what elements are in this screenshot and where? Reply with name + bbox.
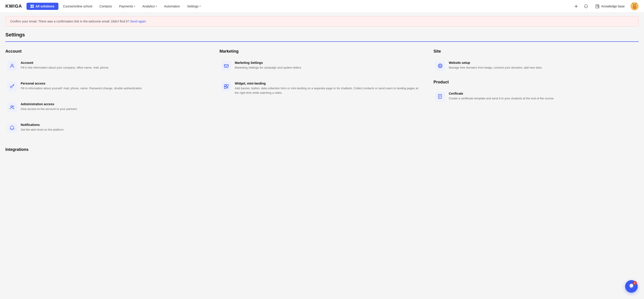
personal-access-name: Personal access: [21, 82, 142, 85]
website-setup-desc: Manage free domains from kwiga, connect …: [449, 65, 542, 70]
svg-rect-14: [224, 85, 226, 86]
admin-access-name: Administration access: [21, 102, 77, 106]
account-icon: [7, 61, 17, 71]
account-section-title: Account: [6, 49, 210, 54]
navbar-right: Knowledge base: [573, 2, 638, 10]
widget-item[interactable]: Widget, mini-landing Add banner, button,…: [220, 80, 425, 97]
send-again-link[interactable]: Send again: [130, 20, 146, 23]
bell-icon: [584, 4, 588, 9]
globe-icon: [435, 61, 445, 71]
notifications-icon: [7, 123, 17, 133]
nav-automation-link[interactable]: Automation: [161, 3, 183, 10]
navbar: KWIGA All solutions Course/online school…: [0, 0, 644, 13]
certificate-icon: [435, 92, 445, 102]
main-content: Settings Account Account Fill in the inf…: [0, 28, 644, 165]
integrations-section: Integrations: [6, 147, 638, 152]
svg-point-17: [438, 64, 442, 68]
certificate-item[interactable]: Cerificate Create a certificate template…: [434, 90, 638, 103]
marketing-section: Marketing Marketing Settings Marketing S…: [220, 49, 425, 142]
certificate-name: Cerificate: [449, 92, 554, 95]
widget-desc: Add banner, button, data-collection form…: [235, 86, 423, 95]
notifications-name: Notifications: [21, 123, 64, 127]
users-icon: [7, 102, 17, 112]
key-icon: [7, 82, 17, 92]
website-setup-item[interactable]: Website setup Manage free domains from k…: [434, 59, 638, 73]
nav-settings-link[interactable]: Settings ▾: [184, 3, 203, 10]
svg-point-7: [635, 5, 635, 5]
brand-logo: KWIGA: [6, 4, 22, 9]
all-solutions-button[interactable]: All solutions: [26, 3, 58, 10]
marketing-settings-item[interactable]: Marketing Settings Marketing Settings fo…: [220, 59, 425, 73]
svg-rect-13: [224, 65, 228, 68]
svg-point-3: [633, 4, 636, 7]
certificate-desc: Create a certificate template and send i…: [449, 96, 554, 101]
personal-access-item[interactable]: Personal access Fill in information abou…: [6, 80, 210, 93]
widget-name: Widget, mini-landing: [235, 82, 423, 85]
site-section: Site Website setup Manage free domains f…: [434, 49, 638, 142]
svg-rect-15: [226, 85, 228, 86]
marketing-settings-desc: Marketing Settings for campaign and syst…: [235, 65, 301, 70]
account-section: Account Account Fill in the information …: [6, 49, 210, 142]
svg-rect-0: [596, 5, 598, 8]
add-button[interactable]: [573, 3, 579, 10]
personal-access-desc: Fill in information about yourself: mail…: [21, 86, 142, 91]
chevron-down-icon: ▾: [200, 5, 201, 8]
svg-point-10: [10, 86, 12, 88]
nav-course-link[interactable]: Course/online school: [60, 3, 95, 10]
avatar-image: [630, 2, 638, 10]
svg-point-18: [439, 64, 441, 68]
svg-point-8: [634, 6, 635, 6]
plus-icon: [574, 4, 578, 9]
website-setup-name: Website setup: [449, 61, 542, 65]
widget-icon: [221, 82, 231, 92]
site-section-title: Site: [434, 49, 638, 54]
email-confirmation-alert: Confirm your email. There was a confirma…: [6, 16, 638, 27]
account-item-name: Account: [21, 61, 109, 65]
marketing-section-title: Marketing: [220, 49, 425, 54]
knowledge-base-button[interactable]: Knowledge base: [593, 3, 627, 10]
notifications-button[interactable]: [583, 3, 589, 10]
admin-access-desc: Give access to the account to your partn…: [21, 107, 77, 111]
avatar[interactable]: [630, 2, 638, 10]
product-section-title: Product: [434, 80, 638, 85]
marketing-settings-name: Marketing Settings: [235, 61, 301, 65]
mail-icon: [221, 61, 231, 71]
book-icon: [595, 4, 600, 9]
admin-access-item[interactable]: Administration access Give access to the…: [6, 101, 210, 114]
nav-analytics-link[interactable]: Analytics ▾: [140, 3, 160, 10]
svg-rect-16: [224, 87, 226, 89]
page-title: Settings: [6, 32, 638, 38]
account-item-desc: Fill in the information about your compa…: [21, 65, 109, 70]
integrations-title: Integrations: [6, 147, 638, 152]
nav-contacts-link[interactable]: Contacts: [97, 3, 114, 10]
grid-icon: [30, 5, 34, 8]
account-item[interactable]: Account Fill in the information about yo…: [6, 59, 210, 73]
svg-point-11: [11, 106, 12, 107]
notifications-item[interactable]: Notifications Set the alert level on the…: [6, 121, 210, 135]
nav-payments-link[interactable]: Payments ▾: [116, 3, 138, 10]
chevron-down-icon: ▾: [156, 5, 157, 8]
notifications-desc: Set the alert level on the platform: [21, 127, 64, 132]
settings-grid: Account Account Fill in the information …: [6, 49, 638, 142]
svg-point-9: [11, 64, 13, 66]
svg-point-12: [13, 106, 14, 107]
divider: [6, 41, 638, 42]
chevron-down-icon: ▾: [134, 5, 135, 8]
